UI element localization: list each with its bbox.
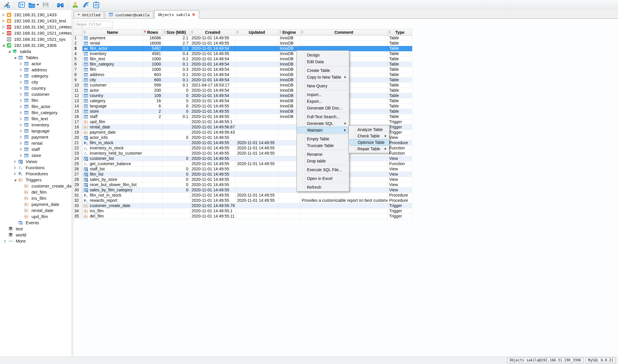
- tree-collapsed-arrow[interactable]: [19, 148, 23, 151]
- tree-item-inventory[interactable]: inventory: [0, 122, 71, 128]
- menu-item-check-table[interactable]: Check Table: [349, 133, 389, 139]
- menu-item-generate-sql[interactable]: Generate SQL: [297, 120, 348, 127]
- tree-expanded-arrow[interactable]: [8, 50, 11, 53]
- tree-item-payment-date[interactable]: payment_date: [0, 201, 71, 207]
- tree-collapsed-arrow[interactable]: [19, 62, 23, 66]
- tree-item-functions[interactable]: fxFunctions: [0, 165, 71, 171]
- tab-customer-sakila[interactable]: customer@sakila: [105, 11, 153, 18]
- object-row-nicer_but_slower_film_list[interactable]: 29nicer_but_slower_film_list02020-11-01 …: [73, 182, 412, 188]
- tree-item-payment[interactable]: payment: [0, 134, 71, 140]
- object-row-country[interactable]: 12country10902020-11-01 14:49:54InnoDBTa…: [73, 93, 412, 98]
- menu-item-refresh[interactable]: Refresh: [297, 184, 348, 190]
- object-row-city[interactable]: 9city6000.12020-11-01 14:49:54InnoDBTabl…: [73, 77, 412, 83]
- tree-item-customer[interactable]: customer: [0, 91, 71, 97]
- menu-item-maintain[interactable]: Maintain: [297, 127, 348, 133]
- tree-collapsed-arrow[interactable]: [19, 123, 23, 127]
- column-header-updated[interactable]: Updated: [236, 29, 278, 36]
- menu-item-optimize-table[interactable]: Optimize Table: [349, 139, 389, 146]
- tree-collapsed-arrow[interactable]: [19, 99, 23, 102]
- tree-item-procedures[interactable]: PxProcedures: [0, 171, 71, 177]
- regex-filter-input[interactable]: [75, 21, 113, 28]
- tree-collapsed-arrow[interactable]: [19, 135, 23, 139]
- tree-item-film[interactable]: film: [0, 97, 71, 103]
- column-header-size-mib-[interactable]: Size (MiB): [163, 29, 190, 36]
- tree-item-192-168-31-190-1433[interactable]: 192.168.31.190_1433: [0, 12, 71, 18]
- menu-item-new-query[interactable]: New Query: [297, 82, 348, 89]
- tree-item-film-text[interactable]: film_text: [0, 116, 71, 122]
- tree-item-customer-create-date[interactable]: customer_create_date: [0, 183, 71, 189]
- tree-item-192-168-31-190-3306[interactable]: 192.168.31.190_3306: [0, 42, 71, 48]
- column-header-type[interactable]: Type: [388, 29, 412, 36]
- column-header-name[interactable]: Name: [82, 29, 143, 36]
- tree-collapsed-arrow[interactable]: [13, 172, 17, 176]
- new-file-button[interactable]: [17, 1, 26, 9]
- tree-collapsed-arrow[interactable]: [2, 25, 5, 29]
- tree-collapsed-arrow[interactable]: [13, 160, 17, 163]
- object-row-film_category[interactable]: 6film_category10000.12020-11-01 14:49:54…: [73, 62, 412, 67]
- tree-collapsed-arrow[interactable]: [13, 166, 17, 169]
- menu-item-design[interactable]: Design: [297, 52, 348, 58]
- tree-item-upd-film[interactable]: upd_film: [0, 213, 71, 220]
- column-header-created[interactable]: Created: [190, 29, 236, 36]
- wand-button[interactable]: [81, 1, 90, 9]
- save-button[interactable]: [41, 1, 50, 9]
- object-row-staff[interactable]: 16staff20.12020-11-01 14:49:55InnoDBTabl…: [73, 114, 412, 119]
- menu-item-export[interactable]: Export...: [297, 98, 348, 105]
- tree-collapsed-arrow[interactable]: [2, 13, 5, 17]
- tree-item-rental-date[interactable]: rental_date: [0, 207, 71, 213]
- object-row-film_actor[interactable]: 3film_actor54620.32020-11-01 14:49:54Inn…: [73, 46, 412, 51]
- tree-item-events[interactable]: Events: [0, 220, 71, 226]
- tree-collapsed-arrow[interactable]: [19, 68, 23, 72]
- menu-item-full-text-search[interactable]: Full-Text Search...: [297, 113, 348, 120]
- tree-collapsed-arrow[interactable]: [19, 80, 23, 84]
- tree-item-staff[interactable]: staff: [0, 146, 71, 152]
- tree-item-rental[interactable]: rental: [0, 140, 71, 146]
- connect-button[interactable]: [2, 1, 11, 9]
- object-row-ins_film[interactable]: 34ins_film2020-11-01 14:49:55.1Trigger: [73, 208, 412, 214]
- object-row-upd_film[interactable]: 17upd_film2020-11-01 14:49:55.1Trigger: [73, 119, 412, 125]
- tree-collapsed-arrow[interactable]: [19, 86, 23, 90]
- tree-collapsed-arrow[interactable]: [19, 117, 23, 121]
- column-header-engine[interactable]: Engine: [278, 29, 300, 36]
- tree-collapsed-arrow[interactable]: [2, 31, 5, 35]
- menu-item-import[interactable]: Import...: [297, 91, 348, 98]
- tree-item-film-category[interactable]: film_category: [0, 109, 71, 116]
- tree-item-test[interactable]: test: [0, 226, 71, 232]
- object-row-category[interactable]: 13category1602020-11-01 14:49:54InnoDBTa…: [73, 98, 412, 104]
- tree-item-192-168-31-190-1521-c-test2[interactable]: 192.168.31.190_1521_c##test2: [0, 30, 71, 36]
- tree-collapsed-arrow[interactable]: [19, 154, 23, 157]
- tree-item-more[interactable]: More: [0, 238, 71, 244]
- tree-collapsed-arrow[interactable]: [2, 19, 5, 23]
- menu-item-execute-sql-file[interactable]: Execute SQL File...: [297, 166, 348, 173]
- tree-collapsed-arrow[interactable]: [19, 105, 23, 108]
- menu-item-generate-db-doc[interactable]: Generate DB Doc...: [297, 105, 348, 111]
- column-header-rownum[interactable]: [73, 29, 82, 36]
- column-header-rows[interactable]: Rows: [143, 29, 163, 36]
- tree-expanded-arrow[interactable]: [2, 44, 5, 47]
- tree-item-category[interactable]: category: [0, 73, 71, 79]
- object-row-film_text[interactable]: 5film_text10000.22020-11-01 14:49:54Inno…: [73, 56, 412, 62]
- tree-item-store[interactable]: store: [0, 152, 71, 158]
- report-button[interactable]: [92, 1, 101, 9]
- user-button[interactable]: [71, 1, 80, 9]
- menu-item-create-table[interactable]: Create Table: [297, 67, 348, 74]
- tab-objects-sakila[interactable]: Objects sakila✕: [154, 10, 199, 19]
- menu-item-drop-table[interactable]: Drop table: [297, 158, 348, 164]
- object-row-film_list[interactable]: 27film_list02020-11-01 14:49:55View: [73, 172, 412, 177]
- object-row-customer_create_date[interactable]: 33customer_create_date2020-11-01 14:49:5…: [73, 203, 412, 208]
- object-row-film[interactable]: 7film10000.32020-11-01 14:49:54InnoDBTab…: [73, 67, 412, 72]
- menu-item-copy-to-new-table[interactable]: Copy to New Table: [297, 74, 348, 80]
- object-row-actor[interactable]: 11actor20002020-11-01 14:49:54InnoDBTabl…: [73, 88, 412, 93]
- menu-item-repair-table[interactable]: Repair Table: [349, 146, 389, 152]
- tree-item-del-film[interactable]: del_film: [0, 189, 71, 195]
- tree-collapsed-arrow[interactable]: [19, 142, 23, 145]
- object-row-language[interactable]: 14language602020-11-01 14:49:55InnoDBTab…: [73, 104, 412, 109]
- menu-item-analyze-table[interactable]: Analyze Table: [349, 126, 389, 133]
- column-header-comment[interactable]: Comment: [300, 29, 388, 36]
- menu-item-open-in-excel[interactable]: Open in Excel: [297, 175, 348, 182]
- object-row-store[interactable]: 15store202020-11-01 14:49:55InnoDBTable: [73, 109, 412, 114]
- tree-item-world[interactable]: world: [0, 232, 71, 238]
- object-row-del_film[interactable]: 35del_film2020-11-01 14:49:55.11Trigger: [73, 214, 412, 219]
- open-file-button[interactable]: [28, 1, 39, 9]
- tab-close-icon[interactable]: ✕: [192, 13, 195, 17]
